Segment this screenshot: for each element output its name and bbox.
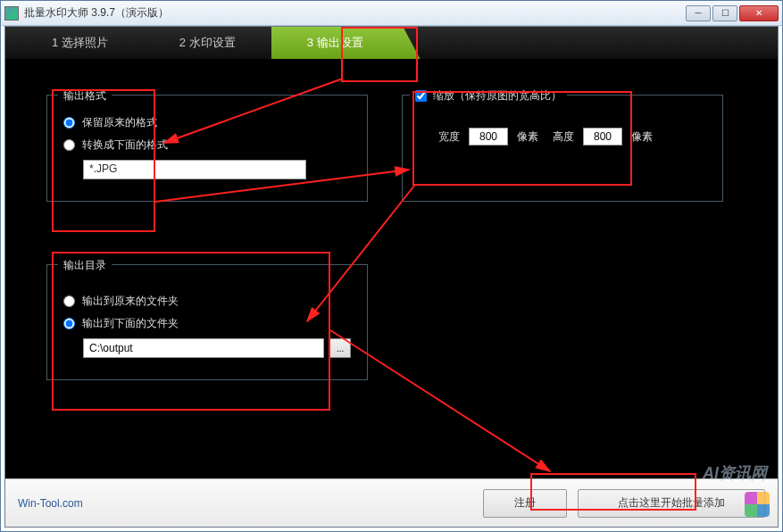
- radio-custom-folder-input[interactable]: [63, 318, 75, 329]
- browse-button[interactable]: ...: [329, 338, 351, 358]
- output-directory-group: 输出目录 输出到原来的文件夹 输出到下面的文件夹 ...: [46, 264, 368, 380]
- tab-select-photos[interactable]: 1 选择照片: [5, 27, 144, 59]
- radio-custom-folder[interactable]: 输出到下面的文件夹: [63, 316, 351, 331]
- output-directory-legend: 输出目录: [58, 258, 112, 273]
- width-input[interactable]: [469, 128, 508, 145]
- tab-watermark-settings[interactable]: 2 水印设置: [144, 27, 271, 59]
- watermark-text: AI资讯网: [703, 462, 767, 484]
- window-title: 批量水印大师 3.9.7（演示版）: [24, 5, 684, 21]
- scale-checkbox[interactable]: [415, 90, 427, 102]
- width-label: 宽度: [438, 129, 460, 145]
- radio-convert-format-input[interactable]: [63, 139, 75, 151]
- register-button[interactable]: 注册: [483, 489, 567, 518]
- app-icon: [4, 6, 19, 21]
- footer-bar: Win-Tool.com 注册 点击这里开始批量添加: [5, 478, 778, 527]
- height-unit: 像素: [631, 129, 653, 145]
- radio-original-folder[interactable]: 输出到原来的文件夹: [63, 294, 351, 309]
- close-button[interactable]: ✕: [739, 5, 779, 21]
- tab-output-settings[interactable]: 3 输出设置: [271, 27, 399, 59]
- scale-legend: 缩放（保持原图的宽高比）: [410, 88, 567, 104]
- output-settings-panel: 输出格式 保留原来的格式 转换成下面的格式 *.JPG: [5, 59, 778, 478]
- start-batch-button[interactable]: 点击这里开始批量添加: [578, 489, 765, 518]
- height-label: 高度: [553, 129, 574, 145]
- vendor-link[interactable]: Win-Tool.com: [18, 497, 83, 510]
- height-input[interactable]: [583, 128, 622, 145]
- radio-keep-format[interactable]: 保留原来的格式: [63, 115, 351, 130]
- titlebar: 批量水印大师 3.9.7（演示版） ─ ☐ ✕: [1, 1, 782, 26]
- wizard-tabs: 1 选择照片 2 水印设置 3 输出设置: [5, 27, 778, 59]
- format-select[interactable]: *.JPG: [83, 160, 306, 179]
- output-format-legend: 输出格式: [58, 88, 112, 104]
- radio-keep-format-input[interactable]: [63, 117, 75, 129]
- scale-group: 缩放（保持原图的宽高比） 宽度 像素 高度 像素: [402, 95, 723, 202]
- maximize-button[interactable]: ☐: [712, 5, 737, 21]
- radio-convert-format[interactable]: 转换成下面的格式: [63, 137, 351, 153]
- content: 1 选择照片 2 水印设置 3 输出设置 输出格式 保留原来的格式 转换成下面的…: [4, 26, 779, 528]
- app-window: 批量水印大师 3.9.7（演示版） ─ ☐ ✕ 1 选择照片 2 水印设置 3 …: [0, 0, 783, 532]
- width-unit: 像素: [517, 129, 538, 145]
- radio-original-folder-input[interactable]: [63, 295, 75, 307]
- output-path-input[interactable]: [83, 338, 324, 358]
- minimize-button[interactable]: ─: [686, 5, 711, 21]
- output-format-group: 输出格式 保留原来的格式 转换成下面的格式 *.JPG: [46, 95, 368, 202]
